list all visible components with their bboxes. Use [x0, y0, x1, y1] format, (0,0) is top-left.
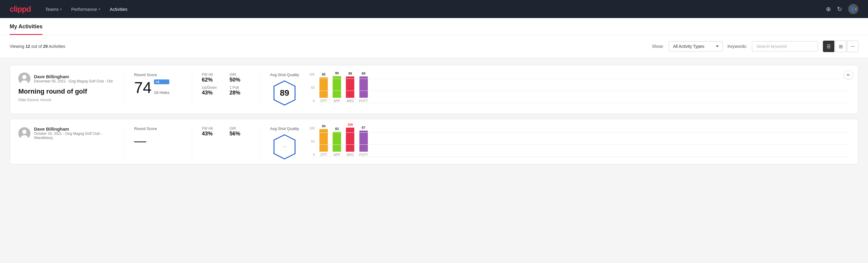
gir-stat: GIR 50% — [229, 72, 250, 83]
chart-inner: 100 50 0 85 OTT — [309, 72, 850, 103]
add-icon[interactable]: ⊕ — [826, 5, 831, 12]
bar-label-putt-2: PUTT — [359, 153, 368, 156]
nav-right: ⊕ ↻ 👤 ▾ — [826, 4, 858, 14]
view-grid-button[interactable]: ⊞ — [835, 40, 846, 52]
bar-label-ott: OTT — [320, 99, 327, 103]
bar-arg-2 — [346, 127, 354, 152]
gridline-50 — [319, 91, 850, 91]
bar-arg — [346, 77, 354, 98]
gridline-50-2 — [319, 144, 850, 145]
card-divider-2 — [192, 72, 192, 107]
view-list-compact-button[interactable]: ─ — [847, 40, 858, 52]
activity-type-select[interactable]: All Activity Types — [669, 41, 723, 52]
avg-shot-quality: Avg Shot Quality 89 — [270, 72, 300, 107]
filter-bar: Viewing 12 out of 29 Activities Show: Al… — [0, 35, 868, 58]
chart-bars-area-2: 94 OTT 83 APP 106 ARG — [319, 133, 850, 156]
user-info: Dave Billingham December 05, 2021 - Gog … — [18, 72, 115, 85]
activity-title: Morning round of golf — [18, 88, 115, 95]
nav-label-activities: Activities — [110, 7, 127, 12]
stats-grid-2: FW Hit 43% GIR 56% — [202, 126, 250, 137]
bar-value-app-2: 83 — [335, 127, 339, 130]
user-info-2: Dave Billingham October 16, 2021 - Gog M… — [18, 126, 115, 140]
gir-label-2: GIR — [229, 126, 250, 130]
gridline-0-2 — [319, 156, 850, 157]
page-header: My Activities — [0, 18, 868, 35]
bar-group-arg-2: 106 ARG — [346, 123, 354, 156]
bar-chart-2: 100 50 0 94 OTT 83 — [309, 126, 850, 156]
hexagon-container: 89 — [271, 80, 298, 107]
stats-grid: FW Hit 62% GIR 50% Up/Down 43% 1 Putt 28… — [202, 72, 250, 96]
hex-number-2: ··· — [283, 144, 286, 149]
oneputt-stat: 1 Putt 28% — [229, 85, 250, 96]
navbar: clippd Teams ▾ Performance ▾ Activities … — [0, 0, 868, 18]
bar-putt-2 — [360, 130, 368, 152]
y-label-50-2: 50 — [309, 140, 315, 143]
viewing-of: out of — [31, 44, 42, 49]
logo: clippd — [10, 4, 31, 14]
viewing-label: Activities — [49, 44, 65, 49]
hex-number: 89 — [280, 88, 289, 98]
bar-group-app-2: 83 APP — [333, 127, 341, 156]
bar-label-arg: ARG — [346, 99, 354, 103]
user-avatar[interactable]: 👤 ▾ — [848, 4, 858, 14]
updown-value: 43% — [202, 90, 222, 96]
round-score-section: Round Score 74 +4 18 Holes — [134, 72, 182, 95]
score-main: 74 +4 18 Holes — [134, 80, 182, 95]
card-divider-6 — [259, 126, 260, 160]
card-divider — [124, 72, 125, 107]
fw-hit-label: FW Hit — [202, 72, 222, 77]
chevron-down-icon: ▾ — [60, 7, 62, 11]
score-extras: +4 18 Holes — [154, 80, 169, 95]
avatar-icon: 👤 — [850, 7, 855, 11]
updown-label: Up/Down — [202, 85, 222, 90]
fw-hit-label-2: FW Hit — [202, 126, 222, 130]
bar-app-2 — [333, 132, 341, 152]
activities-list: ✏ Dave Billingham December 05, 2021 - Go… — [0, 58, 868, 172]
round-score-label-2: Round Score — [134, 126, 182, 131]
viewing-prefix: Viewing — [10, 44, 24, 49]
oneputt-value: 28% — [229, 90, 250, 96]
nav-item-activities[interactable]: Activities — [110, 5, 127, 13]
card-divider-3 — [259, 72, 260, 107]
gridline-100-2 — [319, 133, 850, 133]
nav-item-teams[interactable]: Teams ▾ — [45, 5, 62, 13]
gir-value-2: 56% — [229, 130, 250, 137]
view-buttons: ☰ ⊞ ─ — [823, 40, 858, 52]
chart-y-labels: 100 50 0 — [309, 72, 315, 103]
activity-card: ✏ Dave Billingham December 05, 2021 - Go… — [10, 65, 858, 114]
fw-hit-value-2: 43% — [202, 130, 222, 137]
viewing-count: 12 — [26, 44, 30, 49]
fw-hit-value: 62% — [202, 77, 222, 83]
avg-shot-label: Avg Shot Quality — [270, 72, 299, 77]
bar-chart: 100 50 0 85 OTT — [309, 72, 850, 103]
y-label-50: 50 — [309, 86, 315, 89]
view-list-dense-button[interactable]: ☰ — [823, 40, 834, 52]
bar-value-app: 90 — [335, 71, 339, 75]
round-score-label: Round Score — [134, 72, 182, 77]
gridline-0 — [319, 103, 850, 103]
gir-label: GIR — [229, 72, 250, 77]
page-title: My Activities — [10, 18, 42, 35]
user-details-2: Dave Billingham October 16, 2021 - Gog M… — [34, 126, 115, 140]
search-input[interactable] — [752, 41, 818, 52]
avatar-svg — [18, 72, 30, 85]
viewing-total: 29 — [43, 44, 48, 49]
oneputt-label: 1 Putt — [229, 85, 250, 90]
card-divider-5 — [192, 126, 192, 160]
refresh-icon[interactable]: ↻ — [837, 5, 842, 12]
svg-point-5 — [22, 130, 27, 134]
bar-label-app: APP — [334, 99, 340, 103]
bar-label-app-2: APP — [334, 153, 340, 156]
score-number: 74 — [134, 80, 152, 95]
avg-shot-quality-2: Avg Shot Quality ··· — [270, 126, 300, 160]
chevron-down-icon: ▾ — [99, 7, 100, 11]
gridline-100 — [319, 79, 850, 79]
chart-bars-area: 85 OTT 90 APP 89 — [319, 79, 850, 103]
y-label-0-2: 0 — [309, 153, 315, 156]
card-user-info: Dave Billingham December 05, 2021 - Gog … — [18, 72, 115, 102]
bar-value-ott-2: 94 — [322, 124, 326, 128]
bar-group-ott-2: 94 OTT — [319, 124, 328, 156]
y-label-100: 100 — [309, 72, 315, 76]
activity-card-2: Dave Billingham October 16, 2021 - Gog M… — [10, 119, 858, 164]
nav-item-performance[interactable]: Performance ▾ — [71, 5, 100, 13]
